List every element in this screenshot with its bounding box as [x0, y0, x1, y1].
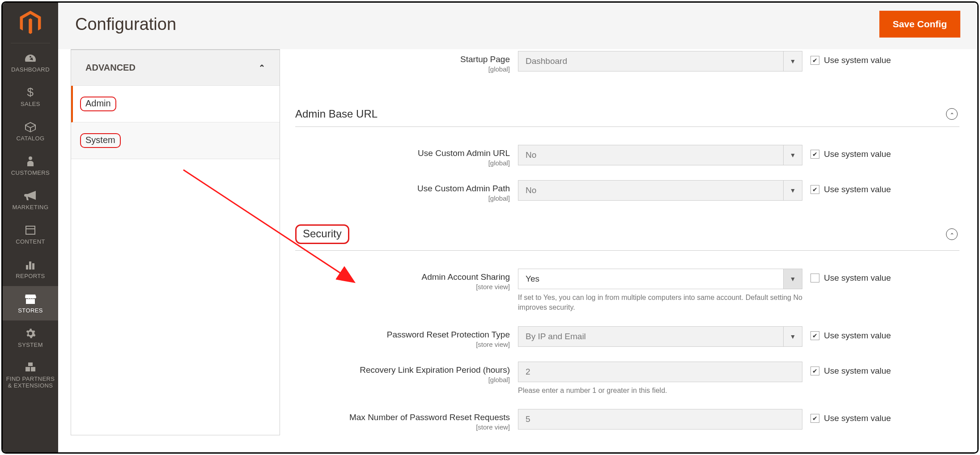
- recovery-link-expiration-input[interactable]: 2: [518, 362, 802, 382]
- field-scope: [store view]: [295, 423, 510, 431]
- field-scope: [store view]: [295, 283, 510, 291]
- nav-dashboard[interactable]: DASHBOARD: [3, 45, 58, 80]
- content-icon: [25, 223, 36, 237]
- section-security[interactable]: Security ⌃: [295, 216, 959, 251]
- field-label: Startup Page: [460, 55, 510, 64]
- chevron-up-icon: ⌃: [259, 63, 265, 73]
- config-tab-group-advanced[interactable]: ADVANCED ⌃: [71, 50, 280, 86]
- nav-stores[interactable]: STORES: [3, 286, 58, 320]
- config-tab-admin[interactable]: Admin: [71, 86, 280, 122]
- config-tabs: ADVANCED ⌃ Admin System: [71, 49, 280, 435]
- nav-customers[interactable]: CUSTOMERS: [3, 148, 58, 183]
- use-system-value-checkbox[interactable]: Use system value: [810, 51, 927, 65]
- checkbox-label: Use system value: [824, 273, 891, 283]
- use-system-value-checkbox[interactable]: Use system value: [810, 409, 927, 423]
- nav-label: MARKETING: [13, 204, 49, 211]
- nav-content[interactable]: CONTENT: [3, 217, 58, 252]
- config-tab-label: Admin: [85, 98, 111, 108]
- nav-label: CONTENT: [16, 239, 45, 245]
- nav-label: REPORTS: [16, 273, 45, 280]
- field-help: Please enter a number 1 or greater in th…: [518, 386, 802, 396]
- use-system-value-checkbox[interactable]: Use system value: [810, 269, 927, 283]
- section-title: Admin Base URL: [295, 108, 378, 120]
- checkbox-icon: [810, 56, 819, 65]
- field-help: If set to Yes, you can log in from multi…: [518, 293, 802, 313]
- checkbox-label: Use system value: [824, 185, 891, 194]
- checkbox-label: Use system value: [824, 331, 891, 341]
- nav-label: FIND PARTNERS & EXTENSIONS: [6, 376, 55, 389]
- page-header: Configuration Save Config: [58, 3, 977, 47]
- dollar-icon: $: [27, 86, 34, 99]
- startup-page-select[interactable]: Dashboard ▼: [518, 51, 802, 72]
- field-scope: [store view]: [295, 341, 510, 348]
- field-label: Use Custom Admin Path: [417, 184, 510, 193]
- highlight-box: Admin: [80, 97, 116, 111]
- blocks-icon: [25, 361, 36, 374]
- nav-label: DASHBOARD: [11, 67, 50, 73]
- select-value: No: [518, 150, 783, 160]
- use-system-value-checkbox[interactable]: Use system value: [810, 362, 927, 376]
- chevron-down-icon: ▼: [783, 327, 802, 346]
- use-system-value-checkbox[interactable]: Use system value: [810, 145, 927, 159]
- checkbox-icon: [810, 185, 819, 194]
- checkbox-label: Use system value: [824, 55, 891, 65]
- nav-label: CUSTOMERS: [11, 170, 50, 177]
- checkbox-label: Use system value: [824, 413, 891, 423]
- admin-account-sharing-select[interactable]: Yes ▼: [518, 269, 802, 289]
- page-title: Configuration: [75, 15, 176, 34]
- use-custom-admin-path-select[interactable]: No ▼: [518, 180, 802, 201]
- person-icon: [26, 155, 34, 168]
- checkbox-icon: [810, 331, 819, 340]
- chevron-down-icon: ▼: [783, 51, 802, 71]
- nav-marketing[interactable]: MARKETING: [3, 183, 58, 217]
- select-value: By IP and Email: [518, 332, 783, 341]
- nav-sales[interactable]: $ SALES: [3, 80, 58, 114]
- max-password-reset-requests-input[interactable]: 5: [518, 409, 802, 430]
- use-custom-admin-url-select[interactable]: No ▼: [518, 145, 802, 165]
- gauge-icon: [24, 51, 37, 65]
- section-admin-base-url[interactable]: Admin Base URL ⌃: [295, 100, 959, 127]
- store-icon: [25, 292, 36, 306]
- field-label: Max Number of Password Reset Requests: [349, 413, 510, 422]
- nav-catalog[interactable]: CATALOG: [3, 114, 58, 148]
- field-label: Use Custom Admin URL: [418, 148, 510, 158]
- checkbox-label: Use system value: [824, 149, 891, 159]
- field-scope: [global]: [295, 194, 510, 202]
- config-tab-label: System: [85, 135, 115, 145]
- collapse-up-icon: ⌃: [946, 228, 958, 240]
- field-label: Admin Account Sharing: [421, 272, 510, 282]
- field-scope: [global]: [295, 159, 510, 167]
- config-form: Startup Page [global] Dashboard ▼ Use sy…: [295, 49, 959, 435]
- password-reset-protection-select[interactable]: By IP and Email ▼: [518, 326, 802, 347]
- config-tab-group-label: ADVANCED: [85, 63, 136, 73]
- select-value: Yes: [518, 274, 783, 284]
- field-scope: [global]: [295, 65, 510, 73]
- section-title: Security: [303, 228, 342, 240]
- collapse-up-icon: ⌃: [946, 108, 958, 120]
- nav-partners[interactable]: FIND PARTNERS & EXTENSIONS: [3, 354, 58, 396]
- config-tab-system[interactable]: System: [71, 122, 280, 159]
- chevron-down-icon: ▼: [783, 145, 802, 165]
- use-system-value-checkbox[interactable]: Use system value: [810, 326, 927, 341]
- box-icon: [25, 120, 36, 134]
- admin-sidebar: DASHBOARD $ SALES CATALOG CUSTOMERS MARK…: [3, 3, 58, 452]
- bars-icon: [25, 258, 36, 271]
- nav-label: STORES: [18, 308, 43, 314]
- use-system-value-checkbox[interactable]: Use system value: [810, 180, 927, 194]
- nav-label: SALES: [21, 101, 40, 108]
- megaphone-icon: [24, 189, 37, 202]
- checkbox-icon: [810, 274, 819, 282]
- nav-reports[interactable]: REPORTS: [3, 252, 58, 286]
- input-value: 2: [526, 367, 530, 377]
- select-value: No: [518, 185, 783, 195]
- checkbox-label: Use system value: [824, 366, 891, 376]
- checkbox-icon: [810, 367, 819, 375]
- checkbox-icon: [810, 150, 819, 159]
- nav-system[interactable]: SYSTEM: [3, 320, 58, 355]
- magento-logo: [3, 3, 58, 43]
- save-config-button[interactable]: Save Config: [879, 11, 960, 38]
- highlight-box: Security: [295, 224, 349, 244]
- nav-label: CATALOG: [17, 135, 45, 142]
- field-scope: [global]: [295, 376, 510, 383]
- select-value: Dashboard: [518, 56, 783, 66]
